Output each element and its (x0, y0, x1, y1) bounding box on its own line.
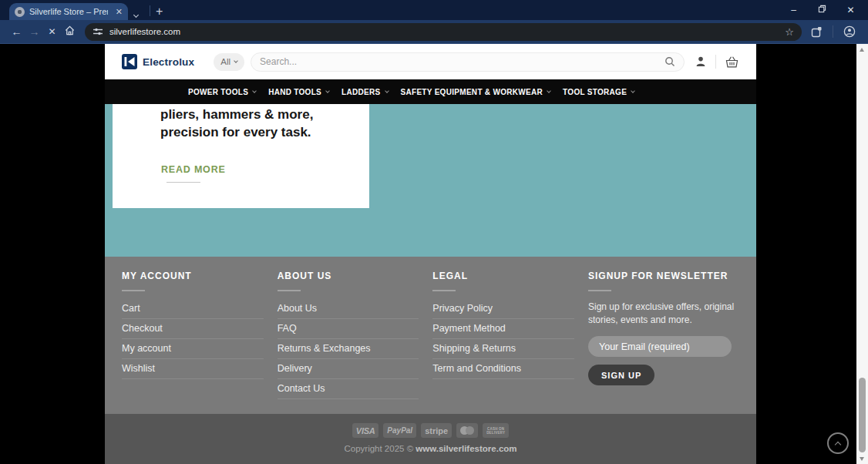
payment-methods: VISA PayPal stripe CASH ON DELIVERY (105, 423, 756, 438)
footer-link-checkout[interactable]: Checkout (122, 319, 264, 339)
scrollbar-up-arrow-icon[interactable] (860, 48, 864, 52)
site-header: Electrolux All (105, 44, 756, 79)
chevron-down-icon (547, 89, 551, 93)
forward-icon[interactable]: → (25, 25, 43, 38)
read-more-link[interactable]: READ MORE (161, 164, 226, 175)
newsletter-text: Sign up for exclusive offers, original s… (588, 301, 739, 327)
main-navigation: POWER TOOLS HAND TOOLS LADDERS SAFETY EQ… (105, 79, 756, 104)
scrollbar-down-arrow-icon[interactable] (860, 457, 864, 461)
newsletter-title: SIGNUP FOR NEWSLETTER (588, 271, 739, 281)
home-icon[interactable] (61, 25, 79, 39)
hero-slide-card: pliers, hammers & more, precision for ev… (113, 104, 369, 208)
footer-column-my-account: MY ACCOUNT Cart Checkout My account Wish… (122, 271, 264, 414)
footer-link-term-conditions[interactable]: Term and Conditions (432, 359, 574, 379)
brand-name: Electrolux (143, 56, 194, 68)
nav-item-ladders[interactable]: LADDERS (341, 88, 388, 96)
search-input[interactable] (260, 56, 664, 67)
site-info-icon[interactable] (93, 26, 103, 37)
user-account-icon[interactable] (695, 55, 707, 68)
cart-icon[interactable] (725, 55, 739, 69)
visa-icon: VISA (352, 423, 378, 438)
footer-column-newsletter: SIGNUP FOR NEWSLETTER Sign up for exclus… (588, 271, 739, 414)
footer-link-payment-method[interactable]: Payment Method (432, 319, 574, 339)
chevron-down-icon (385, 89, 389, 93)
copyright-text: Copyright 2025 © www.silverlifestore.com (105, 444, 756, 453)
footer-link-cart[interactable]: Cart (122, 299, 264, 319)
nav-item-hand-tools[interactable]: HAND TOOLS (268, 88, 329, 96)
back-icon[interactable]: ← (8, 25, 25, 38)
tab-title: Silverlife Store – Premium Tools (29, 7, 108, 16)
tab-divider (150, 5, 150, 16)
tab-list-chevron-icon[interactable] (134, 13, 138, 17)
footer-link-returns-exchanges[interactable]: Returns & Exchanges (278, 339, 419, 359)
site-content: Electrolux All (105, 44, 756, 464)
chevron-down-icon (325, 89, 330, 93)
footer-link-shipping-returns[interactable]: Shipping & Returns (432, 339, 574, 359)
search-category-value: All (220, 57, 230, 66)
search-category-dropdown[interactable]: All (214, 53, 244, 71)
chevron-down-icon (631, 89, 635, 93)
search-box[interactable] (251, 52, 685, 72)
copyright-domain: www.silverlifestore.com (415, 444, 516, 453)
footer-column-title: MY ACCOUNT (122, 271, 264, 281)
paypal-icon: PayPal (383, 423, 416, 438)
chevron-up-icon (835, 441, 841, 447)
search-icon[interactable] (664, 56, 675, 67)
footer-column-title: LEGAL (432, 271, 574, 281)
footer-column-title: ABOUT US (278, 271, 419, 281)
hero-heading: pliers, hammers & more, precision for ev… (113, 104, 369, 141)
address-bar[interactable]: silverlifestore.com ☆ (85, 23, 802, 41)
extensions-icon[interactable] (811, 26, 823, 38)
cash-on-delivery-icon: CASH ON DELIVERY (483, 423, 509, 438)
profile-icon[interactable] (843, 25, 856, 38)
footer-link-privacy-policy[interactable]: Privacy Policy (432, 299, 574, 319)
new-tab-icon[interactable]: + (156, 5, 163, 18)
scroll-to-top-button[interactable] (827, 432, 849, 454)
footer-column-legal: LEGAL Privacy Policy Payment Method Ship… (432, 271, 574, 414)
footer-link-delivery[interactable]: Delivery (278, 359, 419, 379)
browser-tab[interactable]: Silverlife Store – Premium Tools ✕ (9, 3, 128, 20)
nav-item-tool-storage[interactable]: TOOL STORAGE (563, 88, 634, 96)
site-favicon-icon (15, 7, 25, 17)
read-more-underline (167, 182, 200, 183)
footer-title-dash (278, 290, 301, 291)
nav-item-power-tools[interactable]: POWER TOOLS (188, 88, 256, 96)
footer-link-wishlist[interactable]: Wishlist (122, 359, 264, 379)
header-divider (715, 55, 716, 69)
electrolux-logo-icon (122, 54, 137, 69)
scrollbar-thumb[interactable] (859, 378, 866, 452)
footer-link-my-account[interactable]: My account (122, 339, 264, 359)
toolbar-divider (833, 25, 833, 38)
browser-tabstrip: Silverlife Store – Premium Tools ✕ + – ✕ (0, 0, 868, 20)
footer-title-dash (122, 290, 145, 291)
newsletter-email-input[interactable] (588, 336, 732, 357)
browser-toolbar: ← → ✕ silverlifestore.com ☆ ⋮ (0, 20, 868, 44)
newsletter-signup-button[interactable]: SIGN UP (588, 365, 654, 385)
restore-icon[interactable] (808, 0, 836, 20)
footer-link-about-us[interactable]: About Us (278, 299, 419, 319)
tab-close-icon[interactable]: ✕ (116, 8, 123, 16)
footer-column-about-us: ABOUT US About Us FAQ Returns & Exchange… (278, 271, 419, 414)
page-viewport: Electrolux All (0, 44, 868, 464)
bookmark-star-icon[interactable]: ☆ (785, 26, 794, 38)
footer-bottom-bar: VISA PayPal stripe CASH ON DELIVERY Copy… (105, 414, 756, 464)
nav-item-safety-equipment[interactable]: SAFETY EQUIPMENT & WORKWEAR (401, 88, 551, 96)
hero-banner: pliers, hammers & more, precision for ev… (105, 104, 756, 257)
footer-title-dash (588, 290, 611, 291)
stop-icon[interactable]: ✕ (43, 26, 61, 37)
footer-link-contact-us[interactable]: Contact Us (278, 379, 419, 399)
stripe-icon: stripe (421, 423, 452, 438)
minimize-icon[interactable]: – (779, 0, 808, 20)
page-scrollbar[interactable] (856, 44, 868, 464)
chevron-down-icon (252, 89, 257, 93)
mastercard-icon (456, 423, 478, 438)
url-text[interactable]: silverlifestore.com (109, 27, 779, 36)
footer-link-faq[interactable]: FAQ (278, 319, 419, 339)
footer: MY ACCOUNT Cart Checkout My account Wish… (105, 257, 756, 414)
window-close-icon[interactable]: ✕ (836, 0, 865, 20)
footer-title-dash (432, 290, 456, 291)
brand-logo[interactable]: Electrolux (122, 54, 194, 69)
chevron-down-icon (234, 59, 238, 63)
